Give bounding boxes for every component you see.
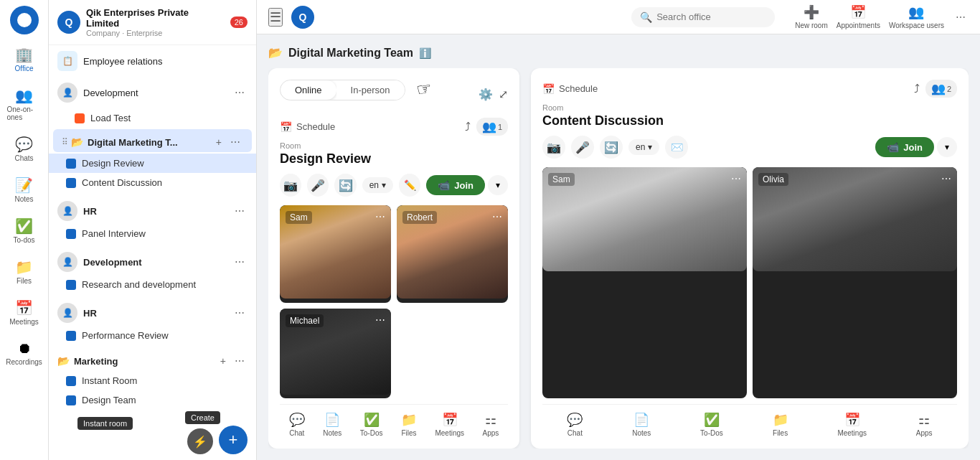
lang-btn[interactable]: en ▾ bbox=[362, 177, 393, 193]
expand-btn[interactable]: ⤢ bbox=[499, 88, 508, 101]
search-input[interactable] bbox=[656, 11, 743, 22]
settings-btn[interactable]: ⚙️ bbox=[479, 88, 493, 101]
todos-icon: ✅ bbox=[364, 412, 380, 428]
cd-apps-tab-btn[interactable]: ⚏ Apps bbox=[916, 412, 933, 437]
marketing-add-room-btn[interactable]: + bbox=[217, 354, 229, 368]
sidebar-item-chats[interactable]: 💬 Chats bbox=[4, 130, 44, 168]
translate-btn[interactable]: ✏️ bbox=[399, 174, 420, 197]
join-dropdown-btn[interactable]: ▾ bbox=[488, 175, 508, 195]
sidebar-item-todos[interactable]: ✅ To-dos bbox=[4, 212, 44, 250]
cd-todos-tab-btn[interactable]: ✅ To-Dos bbox=[700, 412, 723, 437]
group-more-btn[interactable]: ⋯ bbox=[227, 135, 243, 149]
todos-tab-btn[interactable]: ✅ To-Dos bbox=[360, 412, 383, 437]
cd-sam-video-options[interactable]: ⋯ bbox=[731, 173, 741, 184]
sidebar-item-meetings[interactable]: 📅 Meetings bbox=[4, 294, 44, 332]
employee-relations-item[interactable]: 📋 Employee relations bbox=[49, 45, 256, 77]
participants-btn[interactable]: 👥 1 bbox=[476, 118, 508, 136]
michael-video-options[interactable]: ⋯ bbox=[375, 314, 385, 326]
sidebar-item-office[interactable]: 🏢 Office bbox=[4, 40, 44, 78]
cd-notes-tab-btn[interactable]: 📄 Notes bbox=[632, 412, 651, 437]
inperson-tab[interactable]: In-person bbox=[336, 80, 405, 100]
cd-schedule-label: Schedule bbox=[559, 83, 598, 94]
cd-mic-btn[interactable]: 🎤 bbox=[571, 136, 594, 159]
sidebar-item-recordings[interactable]: ⏺ Recordings bbox=[4, 334, 44, 372]
sidebar-item-files[interactable]: 📁 Files bbox=[4, 253, 44, 291]
content-discussion-room-item[interactable]: Content Discussion bbox=[49, 173, 256, 192]
screen-btn[interactable]: 🔄 bbox=[334, 174, 356, 197]
development-item[interactable]: 👤 Development ⋯ bbox=[49, 77, 256, 108]
new-room-icon: ➕ bbox=[804, 4, 819, 20]
share-btn[interactable]: ⤴ bbox=[465, 121, 471, 133]
cd-lang-btn[interactable]: en ▾ bbox=[628, 139, 659, 155]
instant-room-item[interactable]: Instant Room bbox=[49, 371, 256, 390]
marketing-group-actions: + ⋯ bbox=[217, 354, 248, 368]
cd-video-btn[interactable]: 📷 bbox=[542, 136, 565, 159]
meetings-tab-btn[interactable]: 📅 Meetings bbox=[435, 412, 464, 437]
development2-more-btn[interactable]: ⋯ bbox=[232, 255, 248, 269]
add-room-btn[interactable]: + bbox=[213, 135, 225, 149]
marketing-more-btn[interactable]: ⋯ bbox=[232, 354, 248, 368]
office-icon: 🏢 bbox=[15, 46, 33, 63]
video-btn[interactable]: 📷 bbox=[280, 174, 301, 197]
workspace-users-btn[interactable]: 👥 Workspace users bbox=[889, 4, 944, 29]
nav-sidebar: Q 🏢 Office 👥 One-on-ones 💬 Chats 📝 Notes… bbox=[0, 0, 49, 460]
add-fab-btn[interactable]: + bbox=[219, 426, 248, 454]
panel-interview-room-item[interactable]: Panel Interview bbox=[49, 224, 256, 243]
appointments-icon: 📅 bbox=[850, 4, 866, 20]
cd-files-tab-btn[interactable]: 📁 Files bbox=[773, 412, 788, 437]
cd-screen-btn[interactable]: 🔄 bbox=[600, 136, 623, 159]
sidebar-item-one-on-ones[interactable]: 👥 One-on-ones bbox=[4, 81, 44, 127]
video-grid: Sam ⋯ Robert ⋯ Michael ⋯ bbox=[280, 205, 508, 398]
cd-video-grid: Sam ⋯ Olivia ⋯ bbox=[542, 167, 957, 398]
new-room-btn[interactable]: ➕ New room bbox=[795, 4, 828, 29]
cd-share-btn[interactable]: ⤴ bbox=[914, 83, 920, 95]
load-test-room[interactable]: Load Test bbox=[49, 108, 256, 128]
hr-more-btn[interactable]: ⋯ bbox=[232, 204, 248, 218]
hamburger-btn[interactable]: ☰ bbox=[268, 8, 283, 27]
sidebar-item-notes[interactable]: 📝 Notes bbox=[4, 171, 44, 209]
design-team-room-item[interactable]: Design Team Instant room bbox=[49, 390, 256, 410]
header-more-btn[interactable]: ⋯ bbox=[953, 10, 969, 24]
sam-video-options[interactable]: ⋯ bbox=[375, 211, 385, 222]
performance-review-dot bbox=[66, 331, 76, 341]
workspace-logo: Q bbox=[57, 11, 80, 34]
cd-translate-btn[interactable]: ✉️ bbox=[665, 136, 688, 159]
cd-join-btn[interactable]: 📹 Join bbox=[875, 137, 934, 157]
workspace-info-icon[interactable]: ℹ️ bbox=[419, 47, 431, 59]
cd-notes-icon: 📄 bbox=[633, 412, 649, 428]
chat-tab-btn[interactable]: 💬 Chat bbox=[289, 412, 305, 437]
workspace-title: Digital Marketing Team bbox=[288, 47, 413, 60]
performance-review-room-item[interactable]: Performance Review bbox=[49, 326, 256, 345]
cd-meetings-tab-btn[interactable]: 📅 Meetings bbox=[837, 412, 867, 437]
research-dev-room-item[interactable]: Research and development bbox=[49, 275, 256, 294]
design-review-room-item[interactable]: Design Review bbox=[49, 154, 256, 173]
appointments-btn[interactable]: 📅 Appointments bbox=[837, 4, 880, 29]
cd-participants-btn[interactable]: 👥 2 bbox=[925, 80, 957, 98]
join-btn[interactable]: 📹 Join bbox=[426, 175, 485, 195]
cd-chat-tab-btn[interactable]: 💬 Chat bbox=[567, 412, 583, 437]
robert-video-options[interactable]: ⋯ bbox=[492, 211, 502, 222]
load-test-dot bbox=[75, 113, 85, 123]
search-box[interactable]: 🔍 bbox=[631, 7, 775, 27]
cam-icon: 📹 bbox=[438, 179, 450, 191]
hr2-more-btn[interactable]: ⋯ bbox=[232, 306, 248, 320]
lightning-fab-btn[interactable]: ⚡ bbox=[187, 428, 213, 454]
cd-room-controls: 📷 🎤 🔄 en ▾ ✉️ 📹 Join ▾ bbox=[542, 136, 957, 159]
digital-marketing-group-actions: + ⋯ bbox=[213, 135, 243, 149]
mic-btn[interactable]: 🎤 bbox=[307, 174, 329, 197]
cd-schedule-icon: 📅 bbox=[542, 83, 555, 95]
notes-icon: 📝 bbox=[15, 177, 33, 194]
apps-tab-btn[interactable]: ⚏ Apps bbox=[482, 412, 499, 437]
todos-icon: ✅ bbox=[15, 217, 33, 235]
cd-olivia-video-options[interactable]: ⋯ bbox=[941, 173, 951, 184]
notes-tab-btn[interactable]: 📄 Notes bbox=[323, 412, 341, 437]
cd-olivia-video-cell: Olivia ⋯ bbox=[753, 167, 957, 398]
cd-join-dropdown-btn[interactable]: ▾ bbox=[937, 137, 957, 157]
cd-room-title-section: Room Content Discussion bbox=[542, 103, 957, 128]
files-tab-btn[interactable]: 📁 Files bbox=[401, 412, 417, 437]
online-tab[interactable]: Online bbox=[281, 80, 336, 100]
development-more-btn[interactable]: ⋯ bbox=[232, 85, 248, 100]
workspace-title-bar: 📂 Digital Marketing Team ℹ️ bbox=[268, 46, 969, 60]
app-logo[interactable]: Q bbox=[10, 6, 39, 34]
cd-schedule-actions: ⤴ 👥 2 bbox=[914, 80, 957, 98]
